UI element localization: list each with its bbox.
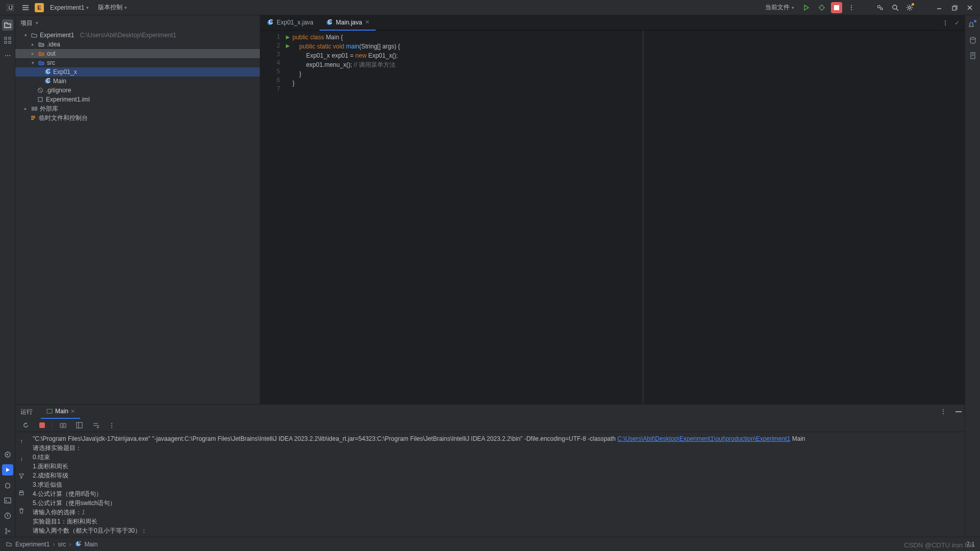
layout-icon[interactable] (73, 419, 85, 432)
svg-rect-45 (60, 423, 66, 428)
soft-wrap-icon[interactable] (89, 419, 102, 432)
database-icon[interactable] (967, 35, 978, 46)
tree-root[interactable]: ▾Experiment1 C:\Users\Abit\Desktop\Exper… (15, 31, 260, 40)
tree-node-out[interactable]: ▸out (15, 49, 260, 58)
close-icon[interactable] (964, 2, 976, 14)
run-tab-label: Main (55, 408, 68, 415)
screenshot-icon[interactable] (57, 419, 69, 432)
tree-node-scratch[interactable]: 临时文件和控制台 (15, 113, 260, 122)
trash-icon[interactable] (15, 505, 28, 517)
run-tool-window: 运行 Main✕ ↑ ↓ (15, 404, 965, 537)
tree-node-src[interactable]: ▾src (15, 58, 260, 67)
terminal-icon[interactable] (2, 495, 13, 506)
svg-rect-52 (20, 491, 23, 492)
svg-rect-14 (9, 37, 11, 39)
editor-tabs: CExp01_x.java CMain.java✕ ✓ (260, 15, 965, 31)
build-icon[interactable] (2, 480, 13, 491)
code-content[interactable]: public class Main { public static void m… (292, 31, 643, 404)
editor-body[interactable]: 1234567 ▶ ▶ public class Main { public s… (260, 31, 965, 404)
minimize-icon[interactable] (933, 2, 945, 14)
run-line-icon[interactable]: ▶ (286, 34, 290, 40)
chevron-down-icon: ▾ (86, 5, 89, 10)
stop-icon[interactable] (36, 419, 48, 432)
vcs-label: 版本控制 (98, 3, 122, 12)
tree-node-iml[interactable]: Experiment1.iml (15, 95, 260, 104)
module-file-icon (37, 96, 44, 103)
breadcrumb-item[interactable]: Main (84, 541, 97, 548)
svg-point-7 (851, 9, 852, 10)
inspection-status-icon[interactable]: ✓ (954, 19, 960, 27)
project-panel-header: 项目 ▾ (15, 15, 260, 31)
more-tools-icon[interactable] (2, 50, 13, 61)
notifications-icon[interactable] (967, 19, 978, 31)
run-icon[interactable] (800, 2, 813, 14)
vcs-tool-icon[interactable] (2, 525, 13, 537)
svg-point-40 (943, 409, 944, 410)
run-line-icon[interactable]: ▶ (286, 43, 290, 48)
run-tab[interactable]: Main✕ (41, 405, 80, 419)
rerun-icon[interactable] (19, 419, 32, 432)
svg-rect-51 (19, 492, 23, 495)
svg-text:C: C (269, 19, 274, 26)
main-menu-icon[interactable] (19, 2, 32, 14)
breadcrumb[interactable]: Experiment1› src› C Main (5, 541, 97, 548)
status-bar: Experiment1› src› C Main 7:1 (0, 537, 980, 551)
down-icon[interactable]: ↓ (15, 453, 28, 465)
tab-close-icon[interactable]: ✕ (365, 19, 370, 26)
svg-point-48 (111, 423, 112, 424)
editor-more-icon[interactable] (939, 17, 951, 29)
console-link[interactable]: C:\Users\Abit\Desktop\Experiment1\out\pr… (618, 435, 791, 442)
tree-node-idea[interactable]: ▸.idea (15, 40, 260, 49)
ignore-file-icon (37, 87, 44, 94)
svg-text:C: C (46, 78, 51, 84)
tree-node-gitignore[interactable]: .gitignore (15, 86, 260, 95)
console-output[interactable]: "C:\Program Files\Java\jdk-17\bin\java.e… (28, 432, 965, 537)
svg-point-11 (909, 7, 911, 9)
vcs-menu[interactable]: 版本控制▾ (95, 3, 130, 12)
filter-icon[interactable] (15, 470, 28, 482)
search-icon[interactable] (889, 2, 901, 14)
services-icon[interactable] (2, 449, 13, 460)
tab-exp01[interactable]: CExp01_x.java (260, 15, 320, 31)
tree-node-exp01[interactable]: CExp01_x (15, 67, 260, 77)
svg-point-10 (893, 5, 897, 9)
project-tool-icon[interactable] (2, 19, 13, 31)
tree-path: C:\Users\Abit\Desktop\Experiment1 (80, 32, 177, 39)
svg-point-37 (945, 22, 946, 23)
project-tree[interactable]: ▾Experiment1 C:\Users\Abit\Desktop\Exper… (15, 31, 260, 404)
folder-icon (38, 50, 45, 57)
up-icon[interactable]: ↑ (15, 435, 28, 447)
docs-icon[interactable] (967, 50, 978, 61)
problems-icon[interactable] (2, 510, 13, 521)
svg-point-38 (945, 24, 946, 26)
tab-close-icon[interactable]: ✕ (70, 408, 75, 415)
structure-tool-icon[interactable] (2, 35, 13, 46)
restore-icon[interactable] (948, 2, 961, 14)
run-config-selector[interactable]: 当前文件▾ (762, 2, 797, 13)
print-icon[interactable] (15, 487, 28, 499)
settings-icon[interactable] (904, 2, 917, 14)
run-title: 运行 (20, 408, 33, 416)
code-with-me-icon[interactable] (874, 2, 886, 14)
run-tool-icon[interactable] (2, 464, 13, 475)
tree-node-main[interactable]: CMain (15, 77, 260, 86)
more-actions-icon[interactable] (845, 2, 857, 14)
chevron-down-icon[interactable]: ▾ (36, 20, 38, 26)
svg-point-53 (970, 37, 975, 39)
tab-main[interactable]: CMain.java✕ (320, 15, 376, 31)
run-side-toolbar: ↑ ↓ (15, 432, 28, 537)
tree-node-extlib[interactable]: ▸外部库 (15, 104, 260, 113)
svg-point-8 (878, 5, 880, 8)
breadcrumb-item[interactable]: Experiment1 (15, 541, 50, 548)
svg-rect-16 (9, 41, 11, 43)
left-tool-strip (0, 15, 15, 537)
hide-panel-icon[interactable] (952, 406, 965, 418)
project-selector[interactable]: Experiment1▾ (47, 4, 92, 11)
stop-button[interactable] (831, 2, 842, 13)
run-more-icon[interactable] (106, 419, 118, 432)
breadcrumb-item[interactable]: src (58, 541, 66, 548)
chevron-down-icon: ▾ (125, 5, 127, 10)
run-more-icon[interactable] (937, 406, 949, 418)
debug-icon[interactable] (816, 2, 828, 14)
svg-point-18 (7, 55, 8, 56)
